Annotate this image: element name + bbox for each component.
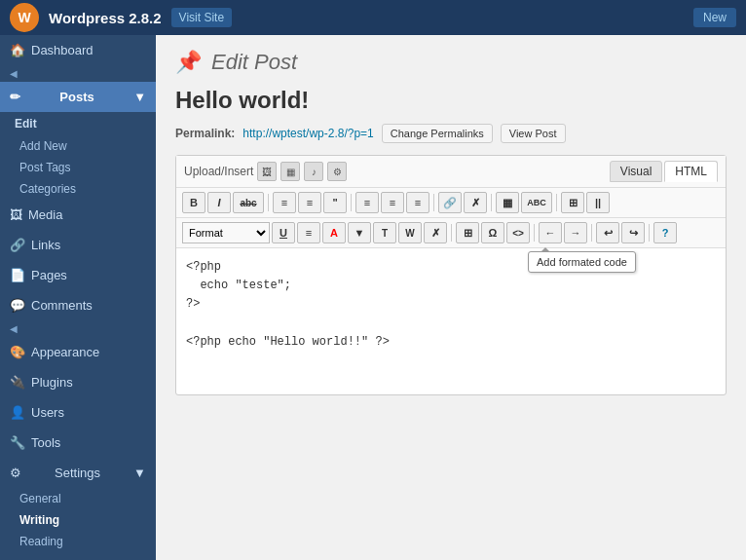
insert-table-button[interactable]: ⊞ <box>456 222 479 243</box>
sidebar-posts-label: Posts <box>59 90 93 104</box>
upload-insert-label: Upload/Insert <box>184 165 253 178</box>
bold-button[interactable]: B <box>182 192 205 213</box>
sidebar-item-reading[interactable]: Reading <box>0 531 156 552</box>
sep8 <box>591 224 592 242</box>
help-button[interactable]: ? <box>653 222 677 243</box>
align-left-button[interactable]: ≡ <box>355 192 379 213</box>
remove-format-button[interactable]: ✗ <box>424 222 447 243</box>
posts-submenu: Edit Add New Post Tags Categories <box>0 112 156 200</box>
paste-word-button[interactable]: W <box>398 222 422 243</box>
sidebar-settings-header[interactable]: ⚙ Settings ▼ <box>0 458 156 488</box>
code-button[interactable]: <> <box>506 222 530 243</box>
tab-visual[interactable]: Visual <box>610 161 662 182</box>
tab-html[interactable]: HTML <box>664 161 718 182</box>
insert-link-button[interactable]: 🔗 <box>438 192 462 213</box>
layout: 🏠 Dashboard ◀ ✏ Posts ▼ Edit Add New Pos… <box>0 35 746 560</box>
char-map-button[interactable]: Ω <box>481 222 504 243</box>
sidebar-item-comments[interactable]: 💬 Comments <box>0 290 156 320</box>
blockquote-button[interactable]: " <box>323 192 347 213</box>
tooltip-add-formated-code: Add formated code <box>528 251 636 273</box>
sidebar: 🏠 Dashboard ◀ ✏ Posts ▼ Edit Add New Pos… <box>0 35 156 560</box>
align-right-button[interactable]: ≡ <box>406 192 429 213</box>
sidebar-collapse[interactable]: ◀ <box>0 65 156 82</box>
appearance-label: Appearance <box>31 345 99 359</box>
permalink-label: Permalink: <box>175 127 235 140</box>
sidebar-item-pages[interactable]: 📄 Pages <box>0 260 156 290</box>
sidebar-item-users[interactable]: 👤 Users <box>0 397 156 428</box>
edit-post-icon: 📌 <box>175 50 202 75</box>
remove-link-button[interactable]: ✗ <box>464 192 487 213</box>
redo-button[interactable]: ↪ <box>621 222 645 243</box>
editor-topbar: Upload/Insert 🖼 ▦ ♪ ⚙ Visual HTML <box>176 156 726 188</box>
tools-icon: 🔧 <box>10 435 25 450</box>
strikethrough-button[interactable]: abc <box>233 192 264 213</box>
insert-image-button[interactable]: ▦ <box>496 192 519 213</box>
more-button[interactable]: || <box>586 192 610 213</box>
plugins-label: Plugins <box>31 375 73 390</box>
sidebar-item-appearance[interactable]: 🎨 Appearance <box>0 337 156 367</box>
appearance-icon: 🎨 <box>10 345 25 359</box>
sidebar-item-plugins[interactable]: 🔌 Plugins <box>0 367 156 397</box>
comments-label: Comments <box>31 298 93 313</box>
page-title: Edit Post <box>211 50 297 75</box>
sidebar-item-links[interactable]: 🔗 Links <box>0 230 156 260</box>
permalink-bar: Permalink: http://wptest/wp-2.8/?p=1 Cha… <box>175 124 727 143</box>
new-button[interactable]: New <box>693 8 736 27</box>
underline-button[interactable]: U <box>272 222 295 243</box>
sidebar-item-tools[interactable]: 🔧 Tools <box>0 428 156 458</box>
sidebar-item-dashboard[interactable]: 🏠 Dashboard <box>0 35 156 65</box>
sidebar-item-add-new[interactable]: Add New <box>0 135 156 157</box>
editor-content[interactable]: <?php echo "teste"; ?> <?php echo "Hello… <box>176 248 726 394</box>
paste-text-button[interactable]: T <box>373 222 396 243</box>
media-icon: 🖼 <box>10 207 22 222</box>
plugins-icon: 🔌 <box>10 375 25 390</box>
ordered-list-button[interactable]: ≡ <box>298 192 321 213</box>
users-label: Users <box>31 405 64 420</box>
wp-logo: W <box>10 3 39 32</box>
media-label: Media <box>28 207 62 222</box>
color-picker-arrow[interactable]: ▼ <box>348 222 371 243</box>
sep2 <box>351 194 352 211</box>
upload-audio-icon[interactable]: ♪ <box>304 162 323 181</box>
outdent-button[interactable]: ← <box>539 222 562 243</box>
justify-button[interactable]: ≡ <box>297 222 320 243</box>
pages-icon: 📄 <box>10 268 25 282</box>
sidebar-item-general[interactable]: General <box>0 488 156 509</box>
site-title: Wordpress 2.8.2 <box>49 10 162 26</box>
sidebar-collapse2[interactable]: ◀ <box>0 320 156 337</box>
toolbar-row-2: Format Paragraph Heading 1 Heading 2 U ≡… <box>176 218 726 248</box>
change-permalinks-button[interactable]: Change Permalinks <box>382 124 493 143</box>
upload-image-icon[interactable]: 🖼 <box>257 162 277 181</box>
view-post-button[interactable]: View Post <box>501 124 566 143</box>
sidebar-posts-header[interactable]: ✏ Posts ▼ <box>0 82 156 112</box>
users-icon: 👤 <box>10 405 25 420</box>
sidebar-item-categories[interactable]: Categories <box>0 178 156 200</box>
sep9 <box>649 224 650 242</box>
spellcheck-button[interactable]: ABC <box>521 192 552 213</box>
editor-area: Upload/Insert 🖼 ▦ ♪ ⚙ Visual HTML B I ab… <box>175 155 727 395</box>
post-title: Hello world! <box>175 87 727 114</box>
unordered-list-button[interactable]: ≡ <box>273 192 296 213</box>
main-content: 📌 Edit Post Hello world! Permalink: http… <box>156 35 746 560</box>
sidebar-item-post-tags[interactable]: Post Tags <box>0 157 156 178</box>
italic-button[interactable]: I <box>207 192 231 213</box>
links-icon: 🔗 <box>10 238 25 252</box>
upload-media-icon[interactable]: ▦ <box>280 162 300 181</box>
format-select[interactable]: Format Paragraph Heading 1 Heading 2 <box>182 222 270 243</box>
sidebar-item-edit[interactable]: Edit <box>0 112 156 135</box>
sidebar-dashboard-label: Dashboard <box>31 43 93 57</box>
undo-button[interactable]: ↩ <box>596 222 619 243</box>
sidebar-item-writing[interactable]: Writing <box>0 509 156 531</box>
posts-arrow: ▼ <box>133 90 146 104</box>
indent-button[interactable]: → <box>564 222 587 243</box>
permalink-url[interactable]: http://wptest/wp-2.8/?p=1 <box>242 127 373 140</box>
upload-advanced-icon[interactable]: ⚙ <box>327 162 347 181</box>
visit-site-button[interactable]: Visit Site <box>171 8 232 27</box>
align-center-button[interactable]: ≡ <box>381 192 404 213</box>
topbar: W Wordpress 2.8.2 Visit Site New <box>0 0 746 35</box>
upload-insert-area: Upload/Insert 🖼 ▦ ♪ ⚙ <box>184 162 347 181</box>
font-color-button[interactable]: A <box>322 222 346 243</box>
fullscreen-button[interactable]: ⊞ <box>561 192 584 213</box>
sidebar-item-media[interactable]: 🖼 Media <box>0 200 156 230</box>
view-tabs: Visual HTML <box>610 161 718 182</box>
